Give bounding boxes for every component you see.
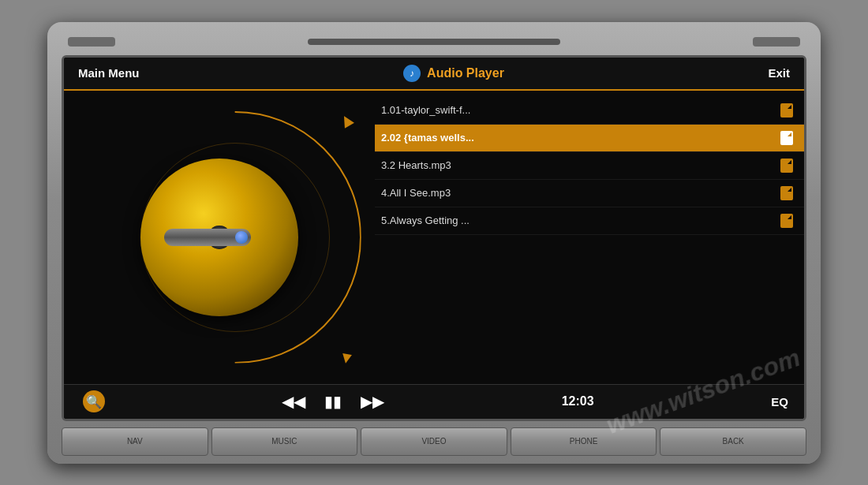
search-button[interactable]: 🔍 xyxy=(80,387,108,416)
cd-eject-circle xyxy=(235,231,248,244)
track-item[interactable]: 3.2 Hearts.mp3 xyxy=(375,152,804,180)
track-item[interactable]: 4.All I See.mp3 xyxy=(375,180,804,207)
phone-button[interactable]: PHONE xyxy=(511,427,657,456)
cd-panel: ▴ ▾ xyxy=(64,91,375,384)
back-button[interactable]: BACK xyxy=(660,427,806,456)
screen-header: Main Menu ♪ Audio Player Exit xyxy=(64,58,804,91)
file-icon-2 xyxy=(779,159,795,173)
music-note-icon: ♪ xyxy=(403,65,421,82)
device-shell: Main Menu ♪ Audio Player Exit ▴ xyxy=(47,22,821,464)
screen-body: ▴ ▾ 1.01-taylor_swift-f... xyxy=(64,91,804,384)
prev-button[interactable]: ◀◀ xyxy=(282,392,305,411)
file-icon-0 xyxy=(779,103,795,118)
screen: Main Menu ♪ Audio Player Exit ▴ xyxy=(62,55,806,421)
next-button[interactable]: ▶▶ xyxy=(361,392,384,411)
track-item[interactable]: 5.Always Getting ... xyxy=(375,207,804,235)
track-item[interactable]: 1.01-taylor_swift-f... xyxy=(375,97,804,125)
page-title: Audio Player xyxy=(427,66,504,80)
transport-controls: ◀◀ ▮▮ ▶▶ xyxy=(282,392,384,411)
file-icon-4 xyxy=(779,214,795,228)
exit-button[interactable]: Exit xyxy=(768,66,790,80)
header-title-group: ♪ Audio Player xyxy=(403,65,504,82)
arrow-up-icon: ▴ xyxy=(335,105,357,133)
track-list: 1.01-taylor_swift-f... 2.02 {tamas wells… xyxy=(375,97,804,378)
top-right-slot xyxy=(753,37,800,47)
file-icon-1 xyxy=(779,131,795,145)
eq-button[interactable]: EQ xyxy=(771,395,788,409)
cd-eject-bar xyxy=(164,229,251,246)
bottom-buttons: NAV MUSIC VIDEO PHONE BACK xyxy=(62,427,806,456)
top-bar xyxy=(62,33,806,50)
cd-disc xyxy=(140,159,298,316)
arrow-down-icon: ▾ xyxy=(340,345,354,369)
main-menu-button[interactable]: Main Menu xyxy=(78,66,140,80)
cd-slot xyxy=(308,39,560,45)
nav-button[interactable]: NAV xyxy=(62,427,208,456)
file-icon-3 xyxy=(779,186,795,200)
music-button[interactable]: MUSIC xyxy=(211,427,358,456)
track-item-active[interactable]: 2.02 {tamas wells... xyxy=(375,125,804,152)
time-display: 12:03 xyxy=(558,394,597,409)
pause-button[interactable]: ▮▮ xyxy=(324,392,342,411)
search-icon: 🔍 xyxy=(83,390,105,412)
screen-footer: 🔍 ◀◀ ▮▮ ▶▶ 12:03 EQ xyxy=(64,384,804,419)
top-left-slot xyxy=(68,37,115,47)
track-list-panel: 1.01-taylor_swift-f... 2.02 {tamas wells… xyxy=(375,91,804,384)
video-button[interactable]: VIDEO xyxy=(361,427,507,456)
